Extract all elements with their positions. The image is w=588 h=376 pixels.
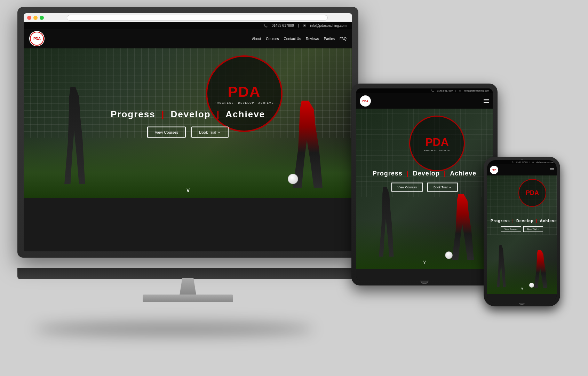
phone-book-trial-button[interactable]: Book Trial → — [523, 226, 543, 232]
phone-nav: PDA — [487, 164, 557, 175]
tablet-hamburger-menu[interactable] — [484, 99, 489, 103]
phone-hamburger-line-2 — [550, 170, 554, 170]
desktop-scroll-indicator: ∨ — [186, 186, 190, 194]
phone-hero-buttons: View Courses Book Trial → — [491, 226, 553, 232]
tablet-website: 📞 01483 617889 | ✉ info@pdacoaching.com … — [356, 88, 493, 281]
tablet-hero-content: Progress | Develop | Achieve View Course… — [373, 170, 477, 192]
scene: 📞 01483 617889 | ✉ info@pdacoaching.com … — [0, 0, 588, 376]
phone-hamburger-line-3 — [550, 171, 554, 172]
address-bar[interactable] — [67, 15, 328, 21]
tablet-ball — [445, 251, 453, 259]
phone-screen: 📞 01483 617889 | ✉ info@pdacoaching.com … — [487, 160, 557, 303]
maximize-button[interactable] — [40, 16, 44, 20]
tablet-nav: PDA — [356, 93, 493, 109]
phone-website: 📞 01483 617889 | ✉ info@pdacoaching.com … — [487, 160, 557, 303]
desktop-sign-arc: PROGRESS · DEVELOP · ACHIEVE — [215, 102, 274, 104]
phone-hamburger-menu[interactable] — [550, 169, 554, 172]
phone-body: 📞 01483 617889 | ✉ info@pdacoaching.com … — [484, 157, 560, 306]
desktop-topbar: 📞 01483 617889 | ✉ info@pdacoaching.com — [24, 22, 352, 29]
tablet-email: info@pdacoaching.com — [464, 89, 489, 92]
desktop-email-icon: ✉ — [303, 24, 306, 28]
desktop-nav-links: About Courses Contact Us Reviews Parties… — [252, 37, 347, 41]
tablet-div2: | — [444, 170, 446, 177]
tablet-book-trial-button[interactable]: Book Trial → — [427, 183, 458, 192]
tagline-achieve: Achieve — [225, 109, 265, 119]
minimize-button[interactable] — [33, 16, 38, 20]
tagline-divider1: | — [161, 109, 165, 119]
tablet-phone-icon: 📞 — [431, 89, 434, 92]
desktop-sign-pda: PDA — [228, 84, 261, 100]
phone-view-courses-button[interactable]: View Courses — [501, 226, 521, 232]
hamburger-line-1 — [484, 99, 489, 100]
phone-device: 📞 01483 617889 | ✉ info@pdacoaching.com … — [484, 157, 560, 306]
phone-hero-content: Progress | Develop | Achieve View Course… — [491, 219, 553, 232]
desktop-book-trial-button[interactable]: Book Trial → — [191, 127, 229, 138]
tablet-scroll-indicator: ∨ — [423, 259, 426, 265]
close-button[interactable] — [27, 16, 31, 20]
desktop-hero: PDA PROGRESS · DEVELOP · ACHIEVE Progres… — [24, 48, 352, 198]
desktop-hero-buttons: View Courses Book Trial → — [111, 127, 265, 138]
tablet-tagline: Progress | Develop | Achieve — [373, 170, 477, 177]
phone-div1: | — [512, 219, 514, 223]
phone-topbar: 📞 01483 617889 | ✉ info@pdacoaching.com — [487, 160, 557, 164]
nav-about[interactable]: About — [252, 37, 261, 41]
phone-email-icon: ✉ — [532, 161, 534, 163]
tablet-div1: | — [407, 170, 409, 177]
imac-device: 📞 01483 617889 | ✉ info@pdacoaching.com … — [17, 7, 358, 320]
phone-phone-number: 01483 617889 — [516, 161, 527, 163]
tablet-hero-buttons: View Courses Book Trial → — [373, 183, 477, 192]
desktop-phone-number: 01483 617889 — [272, 24, 294, 28]
imac-shadow — [35, 322, 313, 336]
phone-progress: Progress — [491, 219, 510, 223]
desktop-hero-tagline: Progress | Develop | Achieve — [111, 109, 265, 120]
phone-phone-icon: 📞 — [512, 161, 514, 163]
phone-hamburger-line-1 — [550, 169, 554, 169]
phone-logo[interactable]: PDA — [490, 166, 498, 174]
phone-develop: Develop — [516, 219, 534, 223]
soccer-ball — [288, 174, 298, 184]
tablet-hero-sign: PDA PROGRESS · DEVELOP — [409, 116, 465, 171]
desktop-phone-icon: 📞 — [263, 24, 268, 28]
desktop-view-courses-button[interactable]: View Courses — [147, 127, 186, 138]
desktop-logo[interactable]: PDA — [29, 31, 45, 46]
phone-hero: PDA Progress | Develop | — [487, 175, 557, 294]
phone-email: info@pdacoaching.com — [536, 161, 554, 163]
tablet-screen: 📞 01483 617889 | ✉ info@pdacoaching.com … — [356, 88, 493, 281]
phone-sep: | — [530, 161, 530, 163]
tablet-sep: | — [455, 89, 456, 92]
desktop-website: 📞 01483 617889 | ✉ info@pdacoaching.com … — [24, 22, 352, 251]
tablet-sign-text: PROGRESS · DEVELOP — [424, 149, 450, 151]
tablet-email-icon: ✉ — [459, 89, 461, 92]
tablet-topbar: 📞 01483 617889 | ✉ info@pdacoaching.com — [356, 88, 493, 93]
tablet-progress: Progress — [373, 170, 403, 177]
hamburger-line-2 — [484, 101, 489, 101]
tagline-divider2: | — [217, 109, 220, 119]
imac-bezel: 📞 01483 617889 | ✉ info@pdacoaching.com … — [24, 13, 352, 251]
nav-courses[interactable]: Courses — [266, 37, 279, 41]
phone-hero-sign: PDA — [518, 179, 546, 207]
tablet-logo[interactable]: PDA — [360, 95, 371, 107]
desktop-logo-text: PDA — [33, 37, 40, 41]
imac-monitor: 📞 01483 617889 | ✉ info@pdacoaching.com … — [17, 7, 358, 258]
nav-parties[interactable]: Parties — [324, 37, 335, 41]
tablet-view-courses-button[interactable]: View Courses — [391, 183, 423, 192]
tablet-phone: 01483 617889 — [437, 89, 453, 92]
nav-reviews[interactable]: Reviews — [306, 37, 319, 41]
tablet-logo-text: PDA — [363, 100, 368, 103]
tablet-hero: PDA PROGRESS · DEVELOP Progress | — [356, 109, 493, 269]
phone-sign-pda: PDA — [526, 189, 539, 197]
phone-div2: | — [536, 219, 538, 223]
imac-base — [143, 295, 233, 302]
desktop-logo-inner: PDA — [30, 32, 44, 46]
desktop-hero-content: Progress | Develop | Achieve View Course… — [111, 109, 265, 138]
nav-contact[interactable]: Contact Us — [284, 37, 301, 41]
desktop-separator: | — [298, 24, 299, 28]
imac-neck — [174, 278, 202, 295]
tagline-develop: Develop — [170, 109, 210, 119]
phone-achieve: Achieve — [540, 219, 557, 223]
tablet-sign-pda: PDA — [425, 136, 449, 149]
phone-tagline: Progress | Develop | Achieve — [491, 219, 553, 223]
nav-faq[interactable]: FAQ — [340, 37, 347, 41]
window-chrome — [24, 13, 352, 22]
tablet-device: 📞 01483 617889 | ✉ info@pdacoaching.com … — [351, 84, 498, 285]
